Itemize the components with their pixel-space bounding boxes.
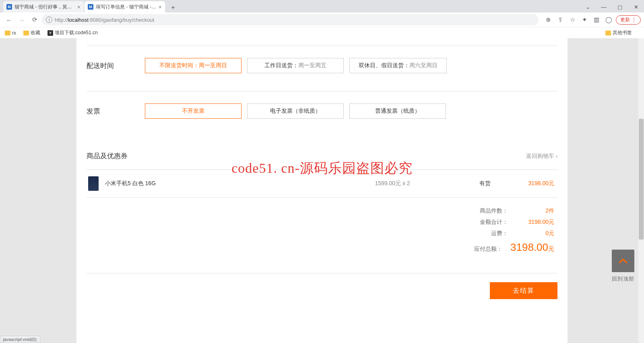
summary-total-value: 3198.00元 — [510, 241, 554, 254]
page-viewport: 配送时间 不限送货时间：周一至周日 工作日送货：周一至周五 双休日、假日送货：周… — [0, 38, 644, 343]
scrollbar-vertical[interactable] — [638, 38, 644, 343]
extensions-icon[interactable]: ✦ — [580, 15, 589, 25]
chevron-up-icon — [618, 256, 628, 266]
product-stock: 有货 — [461, 180, 509, 187]
invoice-option-none[interactable]: 不开发票 — [145, 103, 242, 119]
summary-count-value: 2件 — [516, 207, 554, 215]
tab-title: 填写订单信息 - 猫宁商城 - 但行 — [96, 4, 156, 10]
close-icon[interactable]: × — [159, 4, 162, 10]
share-icon[interactable]: ⇪ — [555, 15, 565, 25]
status-bar: javascript:void(0); — [0, 336, 40, 343]
product-subtotal: 3198.00元 — [509, 180, 557, 187]
delivery-time-label: 配送时间 — [87, 61, 145, 70]
dropdown-icon[interactable]: ⌄ — [580, 1, 596, 12]
delivery-option-weekend[interactable]: 双休日、假日送货：周六至周日 — [349, 58, 447, 73]
bookmark-bar: rx 收藏 Y 项目下载:code51.cn 其他书签 — [0, 27, 644, 38]
close-window-icon[interactable]: ✕ — [628, 1, 644, 12]
back-to-cart-link[interactable]: 返回购物车 › — [526, 153, 557, 160]
minimize-icon[interactable]: — — [596, 1, 612, 12]
toolbar-right: ⊕ ⇪ ☆ ✦ ▥ ◯ 更新⋮ — [543, 15, 641, 25]
delivery-option-weekday[interactable]: 工作日送货：周一至周五 — [247, 58, 344, 73]
checkout-page: 配送时间 不限送货时间：周一至周日 工作日送货：周一至周五 双休日、假日送货：周… — [76, 38, 568, 343]
delivery-options: 不限送货时间：周一至周日 工作日送货：周一至周五 双休日、假日送货：周六至周日 — [145, 58, 447, 73]
chevron-right-icon: › — [555, 153, 557, 159]
tab-inactive[interactable]: M 猫宁商城 - 但行好事，莫问前程 × — [3, 1, 84, 12]
sidepanel-icon[interactable]: ▥ — [592, 15, 601, 25]
site-info-icon[interactable]: i — [46, 17, 52, 23]
bookmark-code51[interactable]: Y 项目下载:code51.cn — [47, 29, 98, 36]
profile-icon[interactable]: ◯ — [604, 15, 613, 25]
url-text: http://localhost:8080/gaofang/buy/checko… — [55, 17, 154, 23]
site-icon: Y — [47, 30, 53, 36]
close-icon[interactable]: × — [77, 4, 80, 10]
summary-amount-label: 金额合计： — [480, 219, 508, 226]
invoice-label: 发票 — [87, 107, 145, 116]
tab-active[interactable]: M 填写订单信息 - 猫宁商城 - 但行 × — [85, 1, 165, 12]
goods-section: 商品及优惠券 返回购物车 › 小米手机5 白色 16G 1599.00元 x 2… — [87, 151, 557, 310]
product-thumbnail — [88, 176, 99, 191]
invoice-options: 不开发票 电子发票（非纸质） 普通发票（纸质） — [145, 103, 446, 119]
goods-item: 小米手机5 白色 16G 1599.00元 x 2 有货 3198.00元 — [87, 170, 557, 197]
address-bar: ← → ⟳ i http://localhost:8080/gaofang/bu… — [0, 12, 644, 27]
invoice-option-electronic[interactable]: 电子发票（非纸质） — [247, 103, 344, 119]
forward-icon[interactable]: → — [16, 14, 27, 25]
folder-icon — [5, 31, 10, 35]
bookmark-favorites[interactable]: 收藏 — [23, 29, 40, 36]
back-to-top: 回到顶部 — [612, 250, 634, 283]
back-to-top-button[interactable] — [612, 250, 634, 272]
goods-list: 小米手机5 白色 16G 1599.00元 x 2 有货 3198.00元 — [87, 169, 557, 198]
zoom-icon[interactable]: ⊕ — [543, 15, 553, 25]
reload-icon[interactable]: ⟳ — [29, 14, 40, 25]
summary-shipping-value: 0元 — [516, 230, 554, 237]
favicon-icon: M — [6, 4, 12, 10]
goods-title: 商品及优惠券 — [87, 151, 128, 161]
product-unit-price: 1599.00元 x 2 — [324, 180, 461, 187]
other-bookmarks[interactable]: 其他书签 — [605, 29, 632, 36]
product-name: 小米手机5 白色 16G — [105, 180, 324, 187]
scroll-thumb[interactable] — [639, 119, 644, 240]
summary-amount-value: 3198.00元 — [516, 219, 554, 226]
order-summary: 商品件数： 2件 金额合计： 3198.00元 运费： 0元 应付总额： 319… — [87, 207, 557, 254]
back-to-top-label: 回到顶部 — [612, 275, 634, 283]
summary-total-label: 应付总额： — [474, 246, 502, 253]
summary-count-label: 商品件数： — [480, 207, 508, 215]
maximize-icon[interactable]: ▢ — [612, 1, 628, 12]
window-controls: ⌄ — ▢ ✕ — [580, 1, 644, 12]
url-input[interactable]: i http://localhost:8080/gaofang/buy/chec… — [42, 14, 539, 25]
back-icon[interactable]: ← — [3, 14, 14, 25]
tab-bar: M 猫宁商城 - 但行好事，莫问前程 × M 填写订单信息 - 猫宁商城 - 但… — [0, 0, 644, 12]
folder-icon — [23, 31, 29, 35]
delivery-time-section: 配送时间 不限送货时间：周一至周日 工作日送货：周一至周五 双休日、假日送货：周… — [87, 46, 557, 84]
new-tab-button[interactable]: + — [168, 3, 178, 12]
bookmark-rx[interactable]: rx — [5, 30, 16, 36]
checkout-button[interactable]: 去结算 — [490, 282, 557, 299]
summary-shipping-label: 运费： — [491, 230, 508, 237]
update-button[interactable]: 更新⋮ — [616, 15, 641, 25]
delivery-option-anyday[interactable]: 不限送货时间：周一至周日 — [145, 58, 242, 73]
favicon-icon: M — [88, 4, 93, 10]
invoice-option-paper[interactable]: 普通发票（纸质） — [349, 103, 446, 119]
tab-title: 猫宁商城 - 但行好事，莫问前程 — [14, 4, 75, 10]
folder-icon — [605, 31, 611, 35]
invoice-section: 发票 不开发票 电子发票（非纸质） 普通发票（纸质） — [87, 91, 557, 129]
star-icon[interactable]: ☆ — [568, 15, 577, 25]
browser-chrome: M 猫宁商城 - 但行好事，莫问前程 × M 填写订单信息 - 猫宁商城 - 但… — [0, 0, 644, 38]
